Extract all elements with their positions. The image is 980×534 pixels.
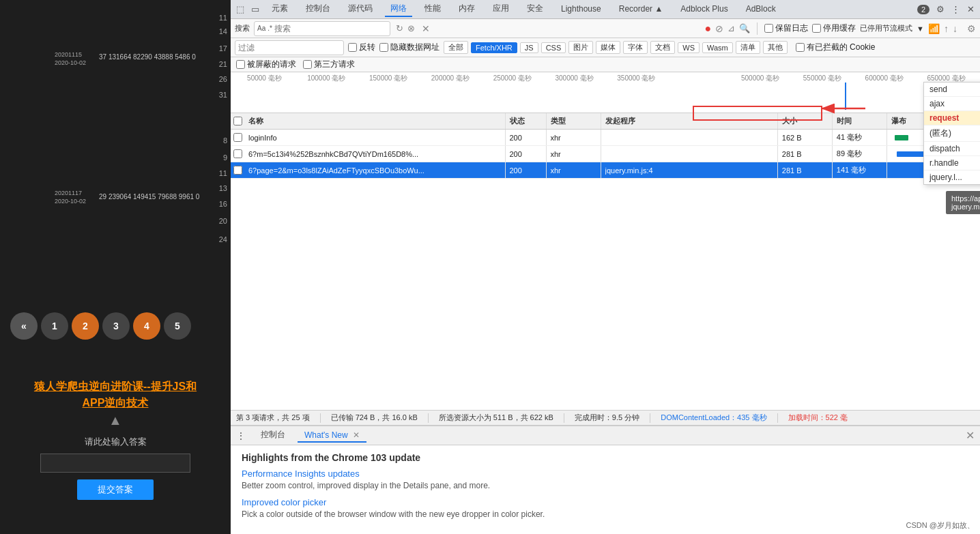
bottom-tab-console[interactable]: 控制台	[254, 428, 292, 443]
perf-insights-link[interactable]: Performance Insights updates	[242, 469, 360, 479]
row-checkbox-col	[231, 149, 244, 158]
preserve-log-checkbox[interactable]: 保留日志	[764, 23, 808, 34]
timeline[interactable]: 50000 毫秒 100000 毫秒 150000 毫秒 200000 毫秒 2…	[231, 72, 980, 113]
tab-memory[interactable]: 内存	[453, 1, 480, 17]
device-icon[interactable]: ▭	[251, 4, 259, 14]
course-title: 猿人学爬虫逆向进阶课--提升JS和 APP逆向技术	[0, 379, 231, 411]
blocked-requests-checkbox[interactable]: 被屏蔽的请求	[236, 59, 296, 70]
tab-elements[interactable]: 元素	[266, 1, 293, 17]
blocked-cookie-checkbox[interactable]: 有已拦截的 Cookie	[796, 42, 876, 53]
page-3-button[interactable]: 3	[102, 312, 130, 340]
cursor-icon[interactable]: ⬚	[236, 4, 244, 14]
throttle-dropdown-icon[interactable]: ▼	[917, 25, 924, 33]
filter-media[interactable]: 媒体	[596, 41, 620, 54]
third-party-checkbox[interactable]: 第三方请求	[303, 59, 355, 70]
bottom-tab-close-btn[interactable]: ✕	[353, 430, 360, 440]
color-picker-link[interactable]: Improved color picker	[242, 497, 326, 507]
download-icon[interactable]: ↓	[953, 23, 957, 34]
bottom-tab-whats-new[interactable]: What's New ✕	[298, 429, 366, 443]
callstack-fn-ajax: ajax	[929, 99, 977, 108]
page-4-button[interactable]: 4	[133, 312, 160, 340]
filter-js[interactable]: JS	[520, 42, 538, 53]
table-row[interactable]: 6?m=5c13i4%252BsznhkCBd7QVtiYDm165D8%...…	[231, 146, 980, 162]
filter-css[interactable]: CSS	[541, 42, 566, 53]
table-row[interactable]: loginInfo 200 xhr 162 B 41 毫秒	[231, 130, 980, 146]
filter-other[interactable]: 其他	[763, 41, 788, 54]
tab-performance[interactable]: 性能	[419, 1, 446, 17]
tab-recorder[interactable]: Recorder ▲	[614, 3, 669, 16]
col-header-type[interactable]: 类型	[547, 113, 601, 129]
filter-manifest[interactable]: 清单	[736, 41, 760, 54]
page-5-button[interactable]: 5	[164, 312, 191, 340]
hide-data-urls-checkbox[interactable]: 隐藏数据网址	[379, 42, 439, 53]
close-devtools-icon[interactable]: ✕	[967, 4, 975, 14]
answer-label: 请此处输入答案	[0, 436, 231, 448]
wifi-icon[interactable]: 📶	[928, 23, 940, 34]
axis-label-31: 31	[219, 91, 231, 99]
page-2-button[interactable]: 2	[72, 312, 99, 340]
upload-icon[interactable]: ↑	[944, 23, 949, 34]
search-input-wrapper: Aa .*	[254, 21, 390, 36]
regex-btn[interactable]: .*	[268, 25, 272, 32]
throttle-label: 已停用节流模式	[860, 23, 912, 33]
prev-page-button[interactable]: «	[10, 312, 38, 340]
network-settings-icon[interactable]: ⚙	[967, 23, 976, 34]
filter-wasm[interactable]: Wasm	[702, 42, 733, 53]
tab-security[interactable]: 安全	[521, 1, 549, 17]
callstack-popup: send @ jquery.min.js:4 ajax @ jquery.min…	[923, 82, 980, 185]
filter-all[interactable]: 全部	[444, 41, 468, 54]
axis-label-21: 21	[219, 60, 231, 68]
page-1-button[interactable]: 1	[41, 312, 68, 340]
search-clear-icon[interactable]: ⊗	[407, 23, 415, 33]
bottom-panel-close-icon[interactable]: ✕	[966, 429, 975, 442]
answer-input[interactable]	[40, 454, 190, 473]
network-table-header: 名称 状态 类型 发起程序 大小 时间 瀑布	[231, 113, 980, 130]
callstack-fn-dispatch: dispatch	[929, 144, 977, 153]
panel-handle-icon[interactable]: ⋮	[236, 430, 246, 441]
course-title-link[interactable]: 猿人学爬虫逆向进阶课--提升JS和 APP逆向技术	[34, 381, 197, 409]
search-close-btn[interactable]: ✕	[419, 23, 433, 34]
record-button[interactable]: ●	[704, 23, 711, 35]
filter-icon[interactable]: ⊿	[727, 23, 735, 33]
tab-application[interactable]: 应用	[487, 1, 515, 17]
tab-network[interactable]: 网络	[385, 1, 412, 17]
tab-lighthouse[interactable]: Lighthouse	[556, 3, 607, 16]
col-header-initiator[interactable]: 发起程序	[601, 113, 778, 129]
waterfall-bar	[895, 135, 908, 140]
col-header-size[interactable]: 大小	[778, 113, 833, 129]
filter-types: 全部 Fetch/XHR JS CSS 图片 媒体 字体 文档 WS Wasm …	[444, 41, 875, 54]
col-header-status[interactable]: 状态	[506, 113, 547, 129]
col-header-time[interactable]: 时间	[833, 113, 887, 129]
submit-button[interactable]: 提交答案	[77, 479, 154, 500]
disable-cache-checkbox[interactable]: 停用缓存	[812, 23, 856, 34]
search-input[interactable]	[274, 24, 387, 33]
axis-label-11: 11	[219, 14, 231, 22]
tl-10: 600000 毫秒	[853, 74, 915, 83]
search-network-icon[interactable]: 🔍	[739, 23, 750, 33]
filter-ws[interactable]: WS	[678, 42, 700, 53]
col-header-name[interactable]: 名称	[244, 113, 506, 129]
tab-adblock[interactable]: AdBlock	[740, 3, 781, 16]
filter-fetch-xhr[interactable]: Fetch/XHR	[471, 42, 517, 53]
filter-font[interactable]: 字体	[623, 41, 648, 54]
settings-icon[interactable]: ⚙	[936, 4, 945, 14]
status-sep-5	[777, 413, 778, 423]
url-tooltip: https://apps.bdimg.com/libs/jquery/2.1.4…	[946, 191, 980, 214]
search-refresh-icon[interactable]: ↻	[396, 23, 403, 33]
tab-console[interactable]: 控制台	[300, 1, 336, 17]
filter-input[interactable]	[238, 43, 341, 53]
more-options-icon[interactable]: ⋮	[951, 4, 960, 14]
callstack-row-jquery: jquery.l...	[924, 170, 980, 184]
table-row-selected[interactable]: 6?page=2&m=o3ls8lZAiAdZeFTyyqxcSBOu3boWu…	[231, 162, 980, 179]
filter-doc[interactable]: 文档	[650, 41, 675, 54]
select-all-checkbox[interactable]	[233, 117, 242, 125]
axis-label-13: 13	[219, 184, 231, 192]
case-sensitive-btn[interactable]: Aa	[257, 25, 265, 32]
stop-record-button[interactable]: ⊘	[715, 23, 723, 34]
row-type: xhr	[547, 130, 601, 145]
tab-adblock-plus[interactable]: Adblock Plus	[675, 3, 733, 16]
filter-img[interactable]: 图片	[568, 41, 593, 54]
row1-date: 20201115	[55, 51, 82, 58]
invert-checkbox[interactable]: 反转	[348, 42, 375, 53]
tab-sources[interactable]: 源代码	[343, 1, 378, 17]
